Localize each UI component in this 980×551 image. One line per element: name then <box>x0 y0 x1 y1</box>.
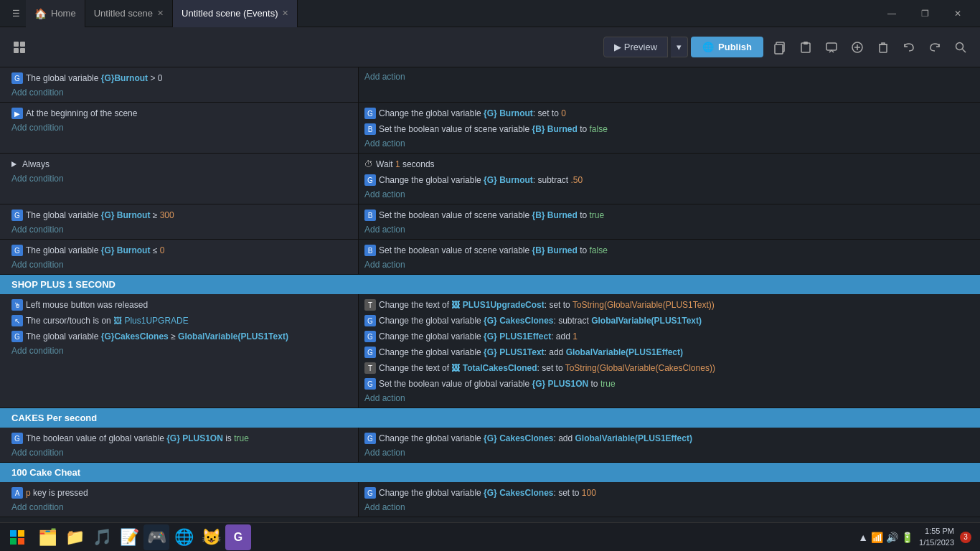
add-action-link[interactable]: Add action <box>364 392 974 405</box>
add-condition-link[interactable]: Add condition <box>11 223 352 236</box>
add-action-link[interactable]: Add action <box>364 258 974 271</box>
taskbar-chrome[interactable]: 🌐 <box>171 524 197 550</box>
action-text: Change the global variable {G} PLUS1Text… <box>379 346 683 359</box>
svg-rect-18 <box>18 538 24 545</box>
taskbar-folder[interactable]: 📁 <box>62 524 88 550</box>
restore-button[interactable]: ❐ <box>908 0 941 27</box>
taskbar-file-explorer[interactable]: 🗂️ <box>34 524 60 550</box>
action-text: Change the global variable {G} Burnout: … <box>379 107 566 120</box>
condition-text: The boolean value of global variable {G}… <box>26 432 249 445</box>
add-condition-link[interactable]: Add condition <box>11 258 352 271</box>
preview-label: Preview <box>624 42 657 52</box>
taskbar-steam[interactable]: 🎮 <box>143 524 169 550</box>
layout-toggle[interactable] <box>9 37 30 58</box>
notification-badge[interactable]: 3 <box>960 532 971 543</box>
add-action-link[interactable]: Add action <box>364 70 974 83</box>
action-text: Change the text of 🖼 PLUS1UpgradeCost: s… <box>379 298 715 311</box>
var-icon: G <box>364 174 376 186</box>
clock-time: 1:55 PM <box>919 526 954 537</box>
event-conditions: ▶ At the beginning of the scene Add cond… <box>0 103 359 153</box>
volume-icon[interactable]: 🔊 <box>886 532 898 543</box>
var-icon: B <box>364 209 376 221</box>
close-tab-untitled[interactable]: ✕ <box>157 9 164 18</box>
svg-point-13 <box>956 42 963 50</box>
publish-button[interactable]: 🌐 Publish <box>691 37 763 57</box>
taskbar-app-g[interactable]: G <box>225 524 251 550</box>
condition-line: G The global variable {G}Burnout > 0 <box>11 70 352 86</box>
copy-icon[interactable] <box>769 37 791 58</box>
action-text: Change the global variable {G} Burnout: … <box>379 174 583 187</box>
event-row: G The global variable {G} Burnout ≥ 300 … <box>0 204 980 240</box>
scene-icon: ▶ <box>11 108 23 119</box>
action-line: B Set the boolean value of scene variabl… <box>364 207 974 223</box>
system-tray-icons: ▲ 📶 🔊 🔋 <box>858 532 913 543</box>
paste-icon[interactable] <box>795 37 816 58</box>
search-icon[interactable] <box>950 37 971 58</box>
add-icon[interactable] <box>847 37 868 58</box>
preview-button[interactable]: ▶ Preview <box>603 37 668 57</box>
action-line: T Change the text of 🖼 PLUS1UpgradeCost:… <box>364 297 974 313</box>
add-condition-link[interactable]: Add condition <box>11 86 352 99</box>
action-line: G Change the global variable {G} CakesCl… <box>364 485 974 501</box>
menu-button[interactable]: ☰ <box>6 4 26 24</box>
svg-rect-7 <box>804 42 808 44</box>
add-action-link[interactable]: Add action <box>364 223 974 236</box>
taskbar-app-cat[interactable]: 😺 <box>198 524 224 550</box>
add-action-link[interactable]: Add action <box>364 188 974 201</box>
add-condition-link[interactable]: Add condition <box>11 501 352 514</box>
event-actions: G Change the global variable {G} Burnout… <box>359 103 980 153</box>
comment-icon[interactable] <box>821 37 842 58</box>
network-icon[interactable]: ▲ <box>858 532 868 543</box>
add-condition-link[interactable]: Add condition <box>11 344 352 357</box>
add-condition-link[interactable]: Add condition <box>11 446 352 459</box>
add-condition-link[interactable]: Add condition <box>11 121 352 134</box>
action-line: T Change the text of 🖼 TotalCakesCloned:… <box>364 360 974 376</box>
action-text: Set the boolean value of scene variable … <box>379 209 604 222</box>
var-icon: G <box>364 347 376 358</box>
event-row: A p key is pressed Add condition G Chang… <box>0 482 980 517</box>
add-action-link[interactable]: Add action <box>364 501 974 514</box>
condition-line: ▶ At the beginning of the scene <box>11 105 352 121</box>
toolbar: ▶ Preview ▾ 🌐 Publish <box>0 27 980 67</box>
var-icon: G <box>11 331 23 342</box>
minimize-button[interactable]: — <box>875 0 908 27</box>
redo-icon[interactable] <box>924 37 946 58</box>
publish-label: Publish <box>718 42 752 52</box>
delete-icon[interactable] <box>872 37 894 58</box>
tab-untitled-scene[interactable]: Untitled scene ✕ <box>85 0 173 27</box>
close-button[interactable]: ✕ <box>941 0 974 27</box>
event-row: G The boolean value of global variable {… <box>0 428 980 463</box>
wifi-icon[interactable]: 📶 <box>871 532 883 543</box>
toolbar-left <box>9 37 30 58</box>
close-tab-events[interactable]: ✕ <box>282 9 288 18</box>
windows-logo <box>9 529 25 545</box>
start-button[interactable] <box>3 526 32 549</box>
group-label: 100 Cake Cheat <box>11 467 80 478</box>
add-action-link[interactable]: Add action <box>364 446 974 459</box>
event-actions: T Change the text of 🖼 PLUS1UpgradeCost:… <box>359 294 980 408</box>
action-line: G Change the global variable {G} PLUS1Te… <box>364 344 974 360</box>
undo-icon[interactable] <box>898 37 920 58</box>
add-condition-link[interactable]: Add condition <box>11 172 352 185</box>
svg-rect-2 <box>14 48 19 53</box>
var-icon: B <box>364 123 376 135</box>
action-line: G Change the global variable {G} Burnout… <box>364 172 974 188</box>
svg-rect-8 <box>826 43 837 50</box>
action-line: G Change the global variable {G} PLUS1Ef… <box>364 329 974 344</box>
condition-line: Always <box>11 156 352 172</box>
events-editor: G The global variable {G}Burnout > 0 Add… <box>0 67 980 522</box>
tab-home[interactable]: 🏠 Home <box>26 0 85 27</box>
action-text: Change the text of 🖼 TotalCakesCloned: s… <box>379 362 715 375</box>
tab-events[interactable]: Untitled scene (Events) ✕ <box>173 0 298 27</box>
var-icon: G <box>364 108 376 119</box>
taskbar-spotify[interactable]: 🎵 <box>89 524 115 550</box>
preview-dropdown[interactable]: ▾ <box>671 37 688 57</box>
titlebar: ☰ 🏠 Home Untitled scene ✕ Untitled scene… <box>0 0 980 27</box>
taskbar-notepad[interactable]: 📝 <box>116 524 142 550</box>
condition-text: The global variable {G} Burnout ≤ 0 <box>26 244 164 257</box>
add-action-link[interactable]: Add action <box>364 137 974 150</box>
battery-icon[interactable]: 🔋 <box>901 532 913 543</box>
cursor-icon: ↖ <box>11 315 23 326</box>
svg-rect-0 <box>14 42 19 47</box>
condition-text: The cursor/touch is on 🖼 Plus1UPGRADE <box>26 314 189 327</box>
